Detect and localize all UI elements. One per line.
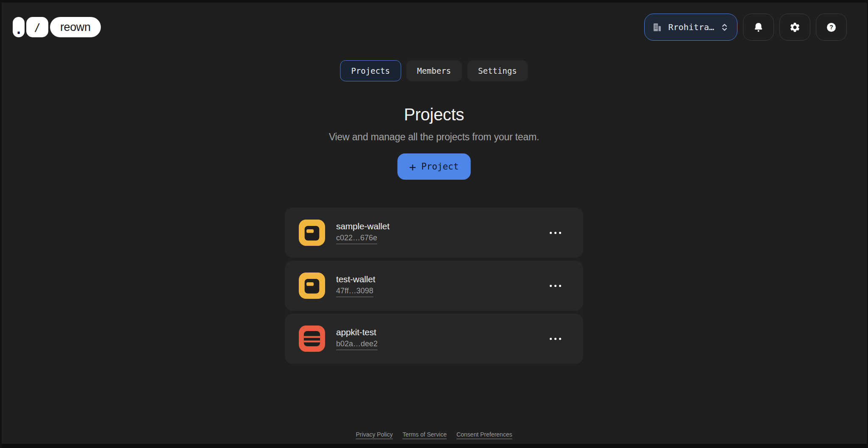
project-row-appkit-test[interactable]: appkit-test b02a…dee2: [285, 314, 583, 364]
header-actions: Rrohitra…: [644, 14, 847, 41]
ellipsis-icon: [550, 232, 552, 234]
project-id-link[interactable]: b02a…dee2: [336, 339, 378, 350]
logo-wordmark-pill: reown: [50, 17, 101, 37]
page-subtitle: View and manage all the projects from yo…: [0, 131, 868, 143]
project-id-link[interactable]: c022…676e: [336, 234, 377, 244]
svg-text:?: ?: [829, 24, 833, 31]
ellipsis-icon: [550, 285, 552, 287]
project-name: test-wallet: [336, 274, 375, 284]
logo-dot-pill: .: [13, 17, 25, 37]
gear-icon: [789, 22, 801, 33]
terms-of-service-link[interactable]: Terms of Service: [403, 431, 447, 438]
plus-icon: +: [409, 161, 416, 173]
building-icon: [651, 22, 663, 33]
header: . / reown Rrohitra…: [13, 14, 847, 41]
project-name: sample-wallet: [336, 221, 389, 231]
logo-slash-pill: /: [26, 17, 48, 37]
wallet-icon: [299, 273, 325, 299]
notifications-button[interactable]: [743, 14, 774, 41]
reown-logo[interactable]: . / reown: [13, 17, 101, 37]
bell-icon: [753, 22, 764, 33]
page-header: Projects View and manage all the project…: [0, 105, 868, 143]
tab-settings[interactable]: Settings: [467, 60, 528, 81]
org-name-label: Rrohitra…: [668, 22, 714, 32]
project-row-sample-wallet[interactable]: sample-wallet c022…676e: [285, 208, 583, 258]
stack-icon: [299, 326, 325, 352]
project-id-link[interactable]: 47ff…3098: [336, 287, 373, 297]
consent-preferences-link[interactable]: Consent Preferences: [456, 431, 512, 438]
page-title: Projects: [0, 105, 868, 124]
help-button[interactable]: ?: [816, 14, 847, 41]
caret-sort-icon: [720, 22, 729, 32]
privacy-policy-link[interactable]: Privacy Policy: [356, 431, 393, 438]
project-name: appkit-test: [336, 327, 376, 337]
project-meta: sample-wallet c022…676e: [336, 221, 389, 244]
project-menu-button[interactable]: [550, 334, 561, 344]
org-selector-button[interactable]: Rrohitra…: [644, 14, 737, 41]
project-meta: test-wallet 47ff…3098: [336, 274, 375, 297]
tab-projects[interactable]: Projects: [340, 60, 401, 81]
help-icon: ?: [826, 22, 837, 33]
footer-links: Privacy Policy Terms of Service Consent …: [0, 431, 868, 438]
tab-members[interactable]: Members: [406, 60, 462, 81]
project-meta: appkit-test b02a…dee2: [336, 327, 378, 350]
project-menu-button[interactable]: [550, 281, 561, 291]
org-tabs: Projects Members Settings: [340, 60, 528, 81]
ellipsis-icon: [550, 338, 552, 340]
project-row-test-wallet[interactable]: test-wallet 47ff…3098: [285, 261, 583, 311]
project-menu-button[interactable]: [550, 228, 561, 238]
project-list: sample-wallet c022…676e test-wallet 47ff…: [285, 208, 583, 364]
new-project-label: Project: [421, 161, 459, 172]
wallet-icon: [299, 220, 325, 246]
settings-button[interactable]: [779, 14, 810, 41]
new-project-button[interactable]: + Project: [398, 153, 471, 180]
